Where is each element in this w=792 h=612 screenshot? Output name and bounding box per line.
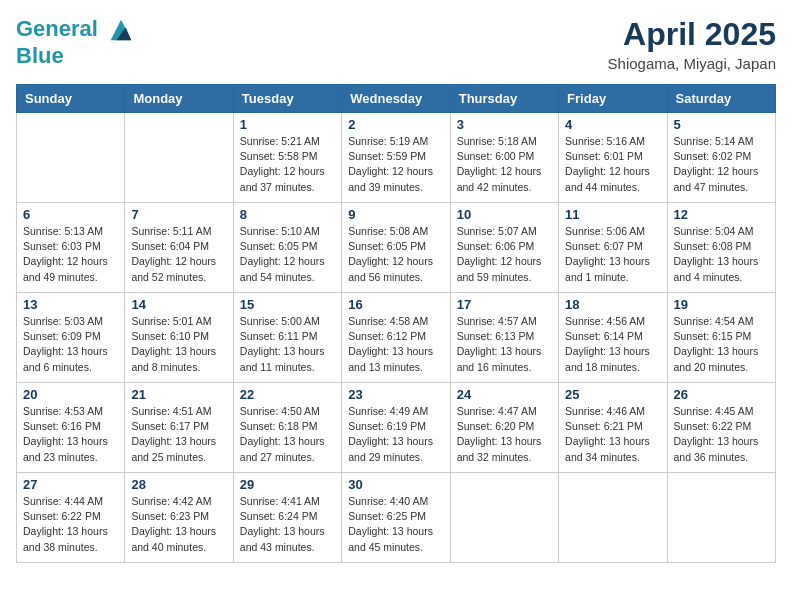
day-info: Sunrise: 5:01 AM Sunset: 6:10 PM Dayligh… bbox=[131, 314, 226, 375]
calendar-cell: 27Sunrise: 4:44 AM Sunset: 6:22 PM Dayli… bbox=[17, 473, 125, 563]
day-info: Sunrise: 5:00 AM Sunset: 6:11 PM Dayligh… bbox=[240, 314, 335, 375]
day-info: Sunrise: 5:16 AM Sunset: 6:01 PM Dayligh… bbox=[565, 134, 660, 195]
day-info: Sunrise: 4:56 AM Sunset: 6:14 PM Dayligh… bbox=[565, 314, 660, 375]
day-info: Sunrise: 5:03 AM Sunset: 6:09 PM Dayligh… bbox=[23, 314, 118, 375]
day-number: 3 bbox=[457, 117, 552, 132]
calendar-cell: 17Sunrise: 4:57 AM Sunset: 6:13 PM Dayli… bbox=[450, 293, 558, 383]
day-number: 2 bbox=[348, 117, 443, 132]
day-info: Sunrise: 5:11 AM Sunset: 6:04 PM Dayligh… bbox=[131, 224, 226, 285]
day-number: 5 bbox=[674, 117, 769, 132]
calendar-cell: 11Sunrise: 5:06 AM Sunset: 6:07 PM Dayli… bbox=[559, 203, 667, 293]
day-number: 1 bbox=[240, 117, 335, 132]
day-number: 12 bbox=[674, 207, 769, 222]
day-info: Sunrise: 4:50 AM Sunset: 6:18 PM Dayligh… bbox=[240, 404, 335, 465]
calendar-cell: 22Sunrise: 4:50 AM Sunset: 6:18 PM Dayli… bbox=[233, 383, 341, 473]
day-number: 4 bbox=[565, 117, 660, 132]
day-info: Sunrise: 5:06 AM Sunset: 6:07 PM Dayligh… bbox=[565, 224, 660, 285]
day-info: Sunrise: 5:08 AM Sunset: 6:05 PM Dayligh… bbox=[348, 224, 443, 285]
calendar-cell: 5Sunrise: 5:14 AM Sunset: 6:02 PM Daylig… bbox=[667, 113, 775, 203]
week-row-3: 13Sunrise: 5:03 AM Sunset: 6:09 PM Dayli… bbox=[17, 293, 776, 383]
day-number: 11 bbox=[565, 207, 660, 222]
calendar-cell: 10Sunrise: 5:07 AM Sunset: 6:06 PM Dayli… bbox=[450, 203, 558, 293]
day-number: 8 bbox=[240, 207, 335, 222]
calendar-cell: 15Sunrise: 5:00 AM Sunset: 6:11 PM Dayli… bbox=[233, 293, 341, 383]
logo: General Blue bbox=[16, 16, 135, 68]
week-row-5: 27Sunrise: 4:44 AM Sunset: 6:22 PM Dayli… bbox=[17, 473, 776, 563]
day-info: Sunrise: 5:04 AM Sunset: 6:08 PM Dayligh… bbox=[674, 224, 769, 285]
location: Shiogama, Miyagi, Japan bbox=[608, 55, 776, 72]
calendar-cell: 13Sunrise: 5:03 AM Sunset: 6:09 PM Dayli… bbox=[17, 293, 125, 383]
calendar-cell: 9Sunrise: 5:08 AM Sunset: 6:05 PM Daylig… bbox=[342, 203, 450, 293]
calendar-cell bbox=[450, 473, 558, 563]
day-number: 17 bbox=[457, 297, 552, 312]
day-number: 19 bbox=[674, 297, 769, 312]
day-info: Sunrise: 4:41 AM Sunset: 6:24 PM Dayligh… bbox=[240, 494, 335, 555]
calendar-cell: 24Sunrise: 4:47 AM Sunset: 6:20 PM Dayli… bbox=[450, 383, 558, 473]
calendar-cell: 14Sunrise: 5:01 AM Sunset: 6:10 PM Dayli… bbox=[125, 293, 233, 383]
week-row-2: 6Sunrise: 5:13 AM Sunset: 6:03 PM Daylig… bbox=[17, 203, 776, 293]
day-number: 25 bbox=[565, 387, 660, 402]
calendar-cell bbox=[125, 113, 233, 203]
day-number: 9 bbox=[348, 207, 443, 222]
day-info: Sunrise: 4:58 AM Sunset: 6:12 PM Dayligh… bbox=[348, 314, 443, 375]
day-number: 28 bbox=[131, 477, 226, 492]
calendar-cell: 7Sunrise: 5:11 AM Sunset: 6:04 PM Daylig… bbox=[125, 203, 233, 293]
day-number: 14 bbox=[131, 297, 226, 312]
calendar-table: SundayMondayTuesdayWednesdayThursdayFrid… bbox=[16, 84, 776, 563]
weekday-header-tuesday: Tuesday bbox=[233, 85, 341, 113]
day-info: Sunrise: 5:19 AM Sunset: 5:59 PM Dayligh… bbox=[348, 134, 443, 195]
day-number: 7 bbox=[131, 207, 226, 222]
calendar-cell: 12Sunrise: 5:04 AM Sunset: 6:08 PM Dayli… bbox=[667, 203, 775, 293]
weekday-header-wednesday: Wednesday bbox=[342, 85, 450, 113]
calendar-cell: 23Sunrise: 4:49 AM Sunset: 6:19 PM Dayli… bbox=[342, 383, 450, 473]
week-row-1: 1Sunrise: 5:21 AM Sunset: 5:58 PM Daylig… bbox=[17, 113, 776, 203]
logo-blue: Blue bbox=[16, 44, 135, 68]
day-number: 6 bbox=[23, 207, 118, 222]
weekday-header-monday: Monday bbox=[125, 85, 233, 113]
title-block: April 2025 Shiogama, Miyagi, Japan bbox=[608, 16, 776, 72]
day-number: 21 bbox=[131, 387, 226, 402]
calendar-cell: 2Sunrise: 5:19 AM Sunset: 5:59 PM Daylig… bbox=[342, 113, 450, 203]
logo-icon bbox=[107, 16, 135, 44]
day-info: Sunrise: 4:44 AM Sunset: 6:22 PM Dayligh… bbox=[23, 494, 118, 555]
day-number: 27 bbox=[23, 477, 118, 492]
calendar-cell bbox=[559, 473, 667, 563]
day-number: 13 bbox=[23, 297, 118, 312]
day-number: 30 bbox=[348, 477, 443, 492]
calendar-cell: 4Sunrise: 5:16 AM Sunset: 6:01 PM Daylig… bbox=[559, 113, 667, 203]
day-info: Sunrise: 5:21 AM Sunset: 5:58 PM Dayligh… bbox=[240, 134, 335, 195]
week-row-4: 20Sunrise: 4:53 AM Sunset: 6:16 PM Dayli… bbox=[17, 383, 776, 473]
day-number: 16 bbox=[348, 297, 443, 312]
calendar-cell: 18Sunrise: 4:56 AM Sunset: 6:14 PM Dayli… bbox=[559, 293, 667, 383]
day-info: Sunrise: 4:45 AM Sunset: 6:22 PM Dayligh… bbox=[674, 404, 769, 465]
weekday-header-thursday: Thursday bbox=[450, 85, 558, 113]
day-info: Sunrise: 4:47 AM Sunset: 6:20 PM Dayligh… bbox=[457, 404, 552, 465]
day-info: Sunrise: 4:54 AM Sunset: 6:15 PM Dayligh… bbox=[674, 314, 769, 375]
day-info: Sunrise: 4:42 AM Sunset: 6:23 PM Dayligh… bbox=[131, 494, 226, 555]
day-number: 15 bbox=[240, 297, 335, 312]
month-title: April 2025 bbox=[608, 16, 776, 53]
calendar-cell bbox=[17, 113, 125, 203]
calendar-cell: 30Sunrise: 4:40 AM Sunset: 6:25 PM Dayli… bbox=[342, 473, 450, 563]
day-info: Sunrise: 5:13 AM Sunset: 6:03 PM Dayligh… bbox=[23, 224, 118, 285]
calendar-cell: 26Sunrise: 4:45 AM Sunset: 6:22 PM Dayli… bbox=[667, 383, 775, 473]
calendar-cell bbox=[667, 473, 775, 563]
day-number: 26 bbox=[674, 387, 769, 402]
day-number: 23 bbox=[348, 387, 443, 402]
weekday-header-saturday: Saturday bbox=[667, 85, 775, 113]
calendar-cell: 28Sunrise: 4:42 AM Sunset: 6:23 PM Dayli… bbox=[125, 473, 233, 563]
day-number: 24 bbox=[457, 387, 552, 402]
day-info: Sunrise: 4:57 AM Sunset: 6:13 PM Dayligh… bbox=[457, 314, 552, 375]
day-info: Sunrise: 5:18 AM Sunset: 6:00 PM Dayligh… bbox=[457, 134, 552, 195]
calendar-cell: 1Sunrise: 5:21 AM Sunset: 5:58 PM Daylig… bbox=[233, 113, 341, 203]
day-info: Sunrise: 5:10 AM Sunset: 6:05 PM Dayligh… bbox=[240, 224, 335, 285]
calendar-cell: 29Sunrise: 4:41 AM Sunset: 6:24 PM Dayli… bbox=[233, 473, 341, 563]
day-number: 22 bbox=[240, 387, 335, 402]
day-info: Sunrise: 5:07 AM Sunset: 6:06 PM Dayligh… bbox=[457, 224, 552, 285]
day-info: Sunrise: 4:46 AM Sunset: 6:21 PM Dayligh… bbox=[565, 404, 660, 465]
calendar-cell: 8Sunrise: 5:10 AM Sunset: 6:05 PM Daylig… bbox=[233, 203, 341, 293]
day-number: 20 bbox=[23, 387, 118, 402]
logo-text: General bbox=[16, 16, 135, 44]
weekday-header-row: SundayMondayTuesdayWednesdayThursdayFrid… bbox=[17, 85, 776, 113]
calendar-cell: 6Sunrise: 5:13 AM Sunset: 6:03 PM Daylig… bbox=[17, 203, 125, 293]
